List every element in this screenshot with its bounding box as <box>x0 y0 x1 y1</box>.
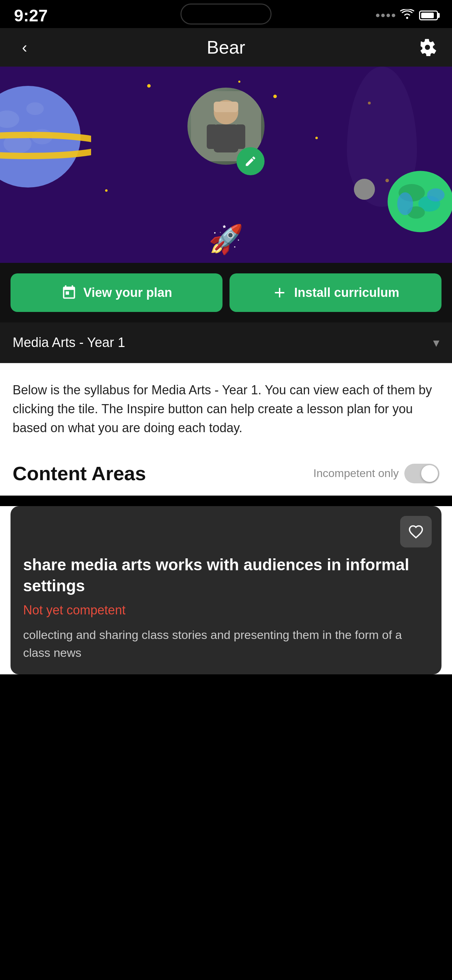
curriculum-selected-value: Media Arts - Year 1 <box>13 335 125 350</box>
toggle-container: Incompetent only <box>313 464 439 483</box>
content-areas-header: Content Areas Incompetent only <box>0 452 452 496</box>
description-area: Below is the syllabus for Media Arts - Y… <box>0 363 452 452</box>
page-title: Bear <box>207 37 245 58</box>
moon-decoration <box>354 179 375 200</box>
svg-rect-18 <box>214 102 238 112</box>
planet-large-icon <box>0 81 91 193</box>
star-decoration <box>315 137 318 139</box>
planet-small-icon <box>385 168 452 235</box>
view-plan-button[interactable]: View your plan <box>11 274 223 312</box>
hero-banner: 🚀 <box>0 67 452 263</box>
star-decoration <box>273 95 277 98</box>
battery-icon <box>419 11 438 20</box>
svg-point-11 <box>397 192 413 215</box>
install-curriculum-label: Install curriculum <box>294 285 399 300</box>
gear-icon <box>419 38 436 56</box>
incompetent-only-toggle[interactable] <box>404 464 439 483</box>
action-buttons-container: View your plan Install curriculum <box>0 263 452 323</box>
settings-button[interactable] <box>414 33 441 61</box>
back-button[interactable]: ‹ <box>11 33 38 61</box>
card-description: collecting and sharing class stories and… <box>23 626 429 662</box>
content-card[interactable]: share media arts works with audiences in… <box>11 506 441 675</box>
svg-point-3 <box>26 102 44 115</box>
star-decoration <box>238 81 240 83</box>
svg-point-0 <box>406 17 408 19</box>
status-icons <box>376 8 438 23</box>
install-curriculum-button[interactable]: Install curriculum <box>229 274 441 312</box>
card-title: share media arts works with audiences in… <box>23 555 429 597</box>
description-text: Below is the syllabus for Media Arts - Y… <box>13 381 439 438</box>
card-content: share media arts works with audiences in… <box>11 547 441 675</box>
dynamic-island <box>180 3 272 24</box>
toggle-label: Incompetent only <box>313 467 399 480</box>
signal-icon <box>376 14 395 17</box>
plus-icon <box>272 285 288 301</box>
view-plan-label: View your plan <box>83 285 172 300</box>
content-areas-title: Content Areas <box>13 462 146 485</box>
star-decoration <box>105 189 108 192</box>
favorite-button[interactable] <box>400 516 432 547</box>
curriculum-selector[interactable]: Media Arts - Year 1 ▾ <box>0 323 452 363</box>
heart-icon <box>408 524 423 539</box>
chevron-down-icon: ▾ <box>433 336 439 350</box>
calendar-icon <box>61 285 77 301</box>
nav-bar: ‹ Bear <box>0 28 452 67</box>
edit-profile-button[interactable] <box>237 147 264 175</box>
star-decoration <box>147 84 151 88</box>
card-top <box>11 506 441 547</box>
svg-point-12 <box>427 189 445 202</box>
status-time: 9:27 <box>14 6 48 25</box>
back-chevron-icon: ‹ <box>22 40 27 55</box>
status-bar: 9:27 <box>0 0 452 28</box>
svg-rect-17 <box>235 124 245 149</box>
rocket-decoration: 🚀 <box>208 223 244 256</box>
svg-rect-16 <box>207 124 217 149</box>
card-status-badge: Not yet competent <box>23 603 429 617</box>
pencil-icon <box>244 155 257 167</box>
svg-rect-15 <box>214 124 238 153</box>
toggle-knob <box>421 465 438 482</box>
wifi-icon <box>400 8 414 23</box>
